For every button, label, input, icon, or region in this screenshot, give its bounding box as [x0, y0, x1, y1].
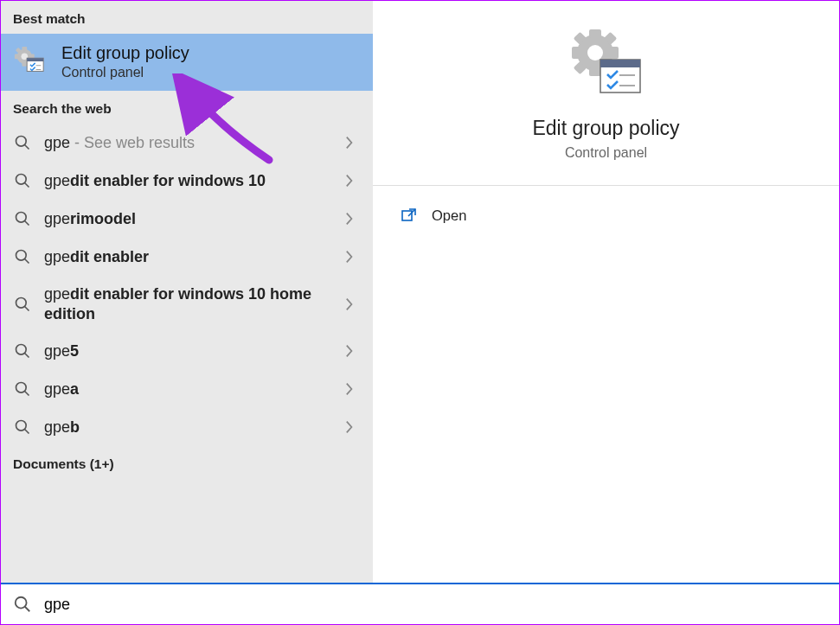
web-result-label: gpe - See web results [44, 133, 345, 153]
svg-line-15 [25, 183, 29, 188]
search-input[interactable] [44, 596, 827, 614]
best-match-title: Edit group policy [61, 42, 189, 63]
web-result[interactable]: gperimoodel [1, 200, 373, 238]
best-match-subtitle: Control panel [61, 65, 189, 80]
preview-title: Edit group policy [532, 117, 679, 140]
group-policy-icon [13, 45, 46, 78]
svg-rect-32 [610, 47, 619, 59]
best-match-item[interactable]: Edit group policy Control panel [1, 34, 373, 91]
svg-rect-30 [589, 67, 601, 76]
open-external-icon [401, 207, 418, 224]
preview-pane: Edit group policy Control panel Open [373, 1, 839, 583]
svg-line-21 [25, 306, 29, 310]
results-pane: Best match [1, 1, 373, 583]
web-result[interactable]: gpedit enabler [1, 238, 373, 276]
web-result-label: gpedit enabler for windows 10 home editi… [44, 284, 345, 323]
svg-line-27 [25, 430, 29, 434]
open-label: Open [432, 207, 466, 224]
search-icon [13, 171, 32, 190]
web-result-label: gpe5 [44, 341, 345, 361]
preview-subtitle: Control panel [565, 145, 647, 161]
svg-line-44 [25, 607, 30, 612]
group-policy-icon [567, 27, 645, 105]
svg-point-16 [16, 213, 27, 223]
svg-rect-31 [572, 47, 580, 59]
web-result[interactable]: gpeb [1, 408, 373, 446]
web-result-label: gpea [44, 379, 345, 399]
svg-rect-1 [22, 47, 27, 51]
chevron-right-icon [345, 344, 361, 358]
svg-line-19 [25, 259, 29, 264]
search-bar[interactable] [1, 583, 839, 624]
search-icon [13, 418, 32, 437]
svg-point-18 [16, 251, 27, 261]
web-result-label: gpeb [44, 418, 345, 437]
web-result-label: gpedit enabler for windows 10 [44, 171, 345, 191]
search-web-header: Search the web [1, 91, 373, 124]
search-icon [13, 379, 32, 399]
svg-point-12 [16, 137, 27, 147]
chevron-right-icon [345, 212, 361, 226]
svg-rect-42 [402, 211, 412, 220]
chevron-right-icon [345, 250, 361, 264]
best-match-header: Best match [1, 1, 373, 34]
svg-line-25 [25, 392, 29, 396]
svg-rect-29 [589, 29, 601, 38]
web-result[interactable]: gpedit enabler for windows 10 [1, 162, 373, 200]
svg-line-23 [25, 354, 29, 358]
search-icon [13, 133, 32, 152]
web-result[interactable]: gpedit enabler for windows 10 home editi… [1, 276, 373, 332]
svg-rect-2 [22, 62, 27, 67]
documents-header: Documents (1+) [1, 446, 373, 479]
web-result-label: gpedit enabler [44, 247, 345, 267]
chevron-right-icon [345, 174, 361, 188]
svg-point-14 [16, 175, 27, 185]
chevron-right-icon [345, 420, 361, 434]
svg-line-13 [25, 145, 29, 150]
search-icon [13, 247, 32, 266]
svg-point-37 [587, 45, 603, 61]
search-icon [13, 209, 32, 228]
search-icon [13, 341, 32, 360]
svg-point-24 [16, 383, 27, 393]
open-action[interactable]: Open [397, 198, 815, 233]
svg-point-20 [16, 297, 27, 308]
chevron-right-icon [345, 297, 361, 311]
search-icon [13, 595, 32, 614]
svg-rect-39 [600, 60, 640, 67]
svg-line-17 [25, 221, 29, 226]
svg-rect-9 [27, 58, 43, 61]
svg-point-22 [16, 345, 27, 355]
svg-point-43 [16, 597, 27, 609]
web-result-label: gperimoodel [44, 209, 345, 229]
web-result[interactable]: gpea [1, 370, 373, 408]
svg-point-26 [16, 421, 27, 431]
web-result[interactable]: gpe - See web results [1, 124, 373, 162]
chevron-right-icon [345, 382, 361, 396]
svg-rect-3 [15, 54, 19, 59]
search-icon [13, 295, 32, 314]
chevron-right-icon [345, 136, 361, 150]
web-result[interactable]: gpe5 [1, 332, 373, 370]
